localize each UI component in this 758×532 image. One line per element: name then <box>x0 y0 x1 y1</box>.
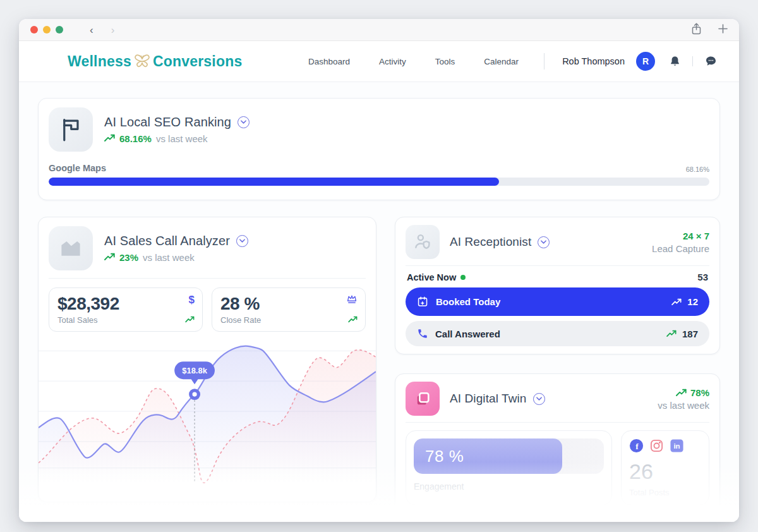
active-now-label: Active Now <box>407 272 456 282</box>
logo-word-1: Wellness <box>68 53 131 70</box>
logo[interactable]: Wellness Conversions <box>68 53 242 70</box>
nav-item-calendar[interactable]: Calendar <box>484 57 519 66</box>
linkedin-icon[interactable]: in <box>670 438 684 453</box>
meter-label: Google Maps <box>49 163 106 173</box>
back-icon[interactable]: ‹ <box>81 25 102 35</box>
engagement-value: 78 % <box>425 447 464 466</box>
forward-icon[interactable]: › <box>102 25 124 35</box>
area-chart-icon <box>49 226 93 270</box>
card-ai-receptionist: AI Receptionist 24 × 7 Lead Capture <box>395 217 720 354</box>
engagement-fill: 78 % <box>414 438 562 474</box>
active-now-value: 53 <box>697 272 708 282</box>
booked-today-value: 12 <box>687 296 698 307</box>
nav-item-dashboard[interactable]: Dashboard <box>308 57 350 66</box>
progress-track <box>49 178 709 186</box>
zoom-window-button[interactable] <box>56 26 63 33</box>
trend-up-icon <box>348 314 358 325</box>
close-window-button[interactable] <box>30 26 38 33</box>
crown-icon <box>346 294 358 307</box>
share-icon[interactable] <box>691 23 702 37</box>
profile-area: Rob Thompson R <box>562 52 718 71</box>
total-posts-tile: f <box>621 430 709 505</box>
dollar-icon: $ <box>189 294 195 306</box>
receptionist-icon <box>406 225 440 259</box>
badge-24x7: 24 × 7 <box>652 231 709 241</box>
new-tab-icon[interactable] <box>718 24 728 36</box>
card-title: AI Receptionist <box>450 235 531 249</box>
phone-icon <box>417 328 428 339</box>
card-ai-digital-twin: AI Digital Twin 78% <box>395 373 720 522</box>
icon-divider <box>692 56 693 66</box>
card-title: AI Sales Call Analyzer <box>104 234 230 248</box>
calendar-plus-icon <box>417 296 429 308</box>
trend-up-icon <box>185 314 195 325</box>
card-ai-local-seo-ranking: AI Local SEO Ranking 68.16% vs last week <box>38 98 720 200</box>
online-status-dot <box>460 275 466 280</box>
progress-fill <box>49 178 499 186</box>
stat-value: 28 % <box>220 294 357 314</box>
call-answered-label: Call Answered <box>435 329 500 339</box>
header-divider <box>544 53 544 70</box>
stat-total-sales[interactable]: $28,392 Total Sales $ <box>49 287 203 332</box>
trend-up-icon <box>104 133 115 145</box>
row-call-answered[interactable]: Call Answered 187 <box>406 321 709 346</box>
trend-value: 23% <box>119 252 138 263</box>
messages-icon[interactable] <box>704 55 718 68</box>
sales-line-chart[interactable]: $18.8k <box>39 338 376 486</box>
trend-value: 78% <box>690 387 709 398</box>
engagement-track: 78 % <box>414 438 604 474</box>
stat-close-rate[interactable]: 28 % Close Rate <box>212 287 366 332</box>
booked-today-label: Booked Today <box>436 296 500 307</box>
flag-icon <box>49 107 93 152</box>
chevron-down-icon[interactable] <box>533 393 545 405</box>
user-name[interactable]: Rob Thompson <box>562 56 625 66</box>
call-answered-value: 187 <box>682 329 698 339</box>
app-window: ‹ › Wellness <box>19 19 739 522</box>
chevron-down-icon[interactable] <box>236 235 248 247</box>
notifications-bell-icon[interactable] <box>669 55 681 68</box>
google-maps-meter: Google Maps 68.16% <box>39 159 719 186</box>
trend-suffix: vs last week <box>658 400 709 411</box>
badge-label: Lead Capture <box>652 243 709 254</box>
trend-value: 68.16% <box>119 133 152 144</box>
trend-up-icon <box>666 330 677 337</box>
meter-value: 68.16% <box>686 166 709 173</box>
stat-label: Total Sales <box>57 315 194 325</box>
instagram-icon[interactable] <box>649 438 664 453</box>
avatar[interactable]: R <box>636 52 655 71</box>
nav-item-activity[interactable]: Activity <box>379 57 406 66</box>
row-active-now: Active Now 53 <box>406 266 709 287</box>
svg-text:f: f <box>635 442 639 451</box>
app-header: Wellness Conversions Dashboard Activity … <box>19 41 739 82</box>
main-nav: Dashboard Activity Tools Calendar <box>308 57 519 66</box>
svg-text:in: in <box>673 442 680 450</box>
dashboard-main: AI Local SEO Ranking 68.16% vs last week <box>19 82 739 522</box>
stat-value: $28,392 <box>57 294 194 314</box>
logo-word-2: Conversions <box>153 53 243 70</box>
facebook-icon[interactable]: f <box>629 438 644 453</box>
digital-twin-icon <box>406 382 440 416</box>
card-title: AI Digital Twin <box>450 392 527 406</box>
card-title: AI Local SEO Ranking <box>104 115 231 130</box>
trend-up-icon <box>671 298 682 306</box>
titlebar: ‹ › <box>19 19 739 41</box>
total-posts-label: Total Posts <box>629 488 701 497</box>
window-controls <box>30 26 63 33</box>
svg-text:$18.8k: $18.8k <box>182 366 207 375</box>
trend-up-icon <box>104 252 115 263</box>
stat-label: Close Rate <box>220 315 357 325</box>
minimize-window-button[interactable] <box>43 26 51 33</box>
card-ai-sales-call-analyzer: AI Sales Call Analyzer <box>38 217 376 502</box>
butterfly-icon <box>133 53 152 70</box>
trend-suffix: vs last week <box>143 252 195 263</box>
nav-item-tools[interactable]: Tools <box>435 57 455 66</box>
row-booked-today[interactable]: Booked Today 12 <box>406 287 709 316</box>
trend-suffix: vs last week <box>156 133 208 144</box>
chevron-down-icon[interactable] <box>238 116 250 128</box>
chevron-down-icon[interactable] <box>538 236 550 248</box>
total-posts-value: 26 <box>629 459 701 484</box>
engagement-label: Engagement <box>414 481 604 492</box>
engagement-tile: 78 % Engagement <box>406 430 612 505</box>
trend-up-icon <box>676 389 687 397</box>
